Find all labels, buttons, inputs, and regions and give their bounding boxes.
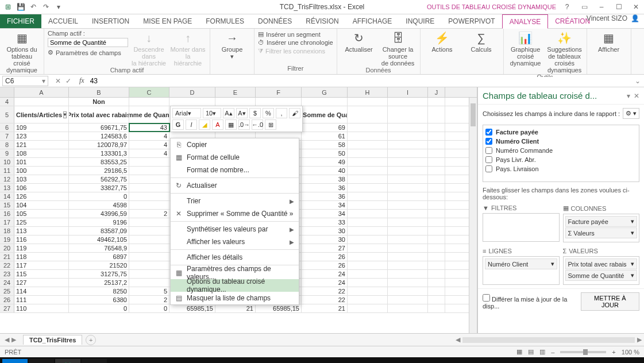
zone-item[interactable]: Somme de Quantité▾ <box>565 270 638 281</box>
cell[interactable]: 101 <box>14 158 69 166</box>
cell[interactable] <box>348 184 388 192</box>
cell[interactable] <box>129 167 169 175</box>
accept-formula-icon[interactable]: ✓ <box>65 77 71 85</box>
cell[interactable] <box>428 235 445 244</box>
redo-icon[interactable]: ↷ <box>41 2 51 11</box>
show-button[interactable]: ▦Afficher <box>591 30 627 53</box>
cell[interactable]: 105 <box>14 210 69 218</box>
cell[interactable]: 38 <box>302 175 348 183</box>
cell[interactable] <box>388 287 428 295</box>
cell[interactable] <box>428 287 445 295</box>
cell[interactable] <box>428 98 445 106</box>
fx-icon[interactable]: fx <box>76 76 88 85</box>
cancel-formula-icon[interactable]: ✕ <box>55 77 61 85</box>
row-header[interactable]: 22 <box>0 261 14 269</box>
row-header[interactable]: 25 <box>0 287 14 295</box>
zone-columns[interactable]: Facture payée▾Σ Valeurs▾ <box>563 214 640 242</box>
cell[interactable]: 50 <box>302 149 348 157</box>
tab-insert[interactable]: INSERTION <box>85 14 136 28</box>
cell[interactable]: 133301,3 <box>69 149 129 157</box>
update-button[interactable]: METTRE À JOUR <box>581 292 639 311</box>
zone-item[interactable]: Prix total avec rabais▾ <box>565 258 638 269</box>
row-header[interactable]: 20 <box>0 244 14 252</box>
cell[interactable]: 8250 <box>69 287 129 295</box>
cell[interactable] <box>348 106 388 123</box>
sheet-tab[interactable]: TCD_TrisFiltres <box>23 335 82 345</box>
context-menu-item[interactable]: Afficher les détails <box>171 251 299 264</box>
cell[interactable] <box>388 175 428 183</box>
view-normal-icon[interactable]: ▦ <box>516 348 522 356</box>
col-header-H[interactable]: H <box>348 87 388 97</box>
cell[interactable] <box>348 304 388 312</box>
pane-gear-icon[interactable]: ⚙ ▾ <box>623 108 639 119</box>
col-header-B[interactable]: B <box>69 87 129 97</box>
zone-item[interactable]: Facture payée▾ <box>565 216 638 227</box>
field-checkbox[interactable]: Pays. Livraison <box>485 164 637 173</box>
row-header[interactable]: 18 <box>0 227 14 235</box>
cell[interactable]: 76548,9 <box>69 244 129 252</box>
cell[interactable]: 29186,5 <box>69 167 129 175</box>
cell[interactable] <box>388 149 428 157</box>
zone-item[interactable]: Σ Valeurs▾ <box>565 227 638 238</box>
context-menu-item[interactable]: ▤Masquer la liste de champs <box>171 292 299 304</box>
cell[interactable] <box>428 279 445 287</box>
cell[interactable] <box>428 270 445 278</box>
cell[interactable] <box>388 98 428 106</box>
tab-inquire[interactable]: INQUIRE <box>399 14 441 28</box>
formula-input[interactable] <box>88 77 631 85</box>
row-header[interactable]: 26 <box>0 296 14 304</box>
field-checkbox[interactable]: Numéro Commande <box>485 146 637 155</box>
cell[interactable]: 103 <box>14 175 69 183</box>
cell[interactable]: 34 <box>302 201 348 209</box>
cell[interactable]: 30 <box>302 227 348 235</box>
cell[interactable]: 65985,15 <box>169 304 215 312</box>
row-header[interactable]: 24 <box>0 279 14 287</box>
cell[interactable] <box>129 244 169 252</box>
refresh-button[interactable]: ↻Actualiser <box>341 30 377 53</box>
cell[interactable]: 111 <box>14 296 69 304</box>
col-header-C[interactable]: C <box>129 87 169 97</box>
cell[interactable]: 127 <box>14 279 69 287</box>
field-checkbox[interactable]: Numéro Client <box>485 137 637 146</box>
cell[interactable]: Total Somme de Quantité <box>302 106 348 123</box>
cell[interactable]: 24 <box>302 270 348 278</box>
cell[interactable]: 116 <box>14 235 69 244</box>
row-header[interactable]: 9 <box>0 149 14 157</box>
cell[interactable] <box>388 184 428 192</box>
cell[interactable]: 40 <box>302 167 348 175</box>
cell[interactable] <box>348 149 388 157</box>
pivot-chart-button[interactable]: 📊Graphique croisé dynamique <box>507 30 544 67</box>
cell[interactable]: 69 <box>302 123 348 132</box>
cell[interactable] <box>428 210 445 218</box>
cell[interactable]: 58 <box>302 141 348 149</box>
row-header[interactable]: 27 <box>0 304 14 312</box>
cell[interactable] <box>129 218 169 226</box>
cell[interactable] <box>348 279 388 287</box>
cell[interactable] <box>388 244 428 252</box>
cell[interactable]: 4 <box>129 149 169 157</box>
select-all-corner[interactable] <box>0 87 14 97</box>
cell[interactable] <box>388 132 428 140</box>
cell[interactable]: 117 <box>14 261 69 269</box>
cell[interactable]: 21 <box>215 304 256 312</box>
cell[interactable] <box>388 304 428 312</box>
cell[interactable] <box>388 296 428 304</box>
field-checkbox[interactable]: Pays Livr. Abr. <box>485 155 637 164</box>
cell[interactable]: Non <box>69 98 129 106</box>
defer-checkbox[interactable]: Différer la mise à jour de la disp... <box>483 294 581 310</box>
change-source-button[interactable]: 🗄Changer la source de données <box>380 30 417 67</box>
col-header-E[interactable]: E <box>215 87 256 97</box>
cell[interactable]: 100 <box>14 167 69 175</box>
cell[interactable] <box>348 158 388 166</box>
cell[interactable] <box>388 123 428 132</box>
cell[interactable]: 26 <box>302 261 348 269</box>
cell[interactable]: 104 <box>14 201 69 209</box>
cell[interactable] <box>129 235 169 244</box>
minimize-icon[interactable]: – <box>596 3 607 11</box>
cell[interactable]: 30 <box>302 235 348 244</box>
cell[interactable] <box>348 141 388 149</box>
row-header[interactable]: 10 <box>0 158 14 166</box>
row-header[interactable]: 19 <box>0 235 14 244</box>
cell[interactable] <box>428 201 445 209</box>
save-icon[interactable]: 💾 <box>16 2 25 11</box>
